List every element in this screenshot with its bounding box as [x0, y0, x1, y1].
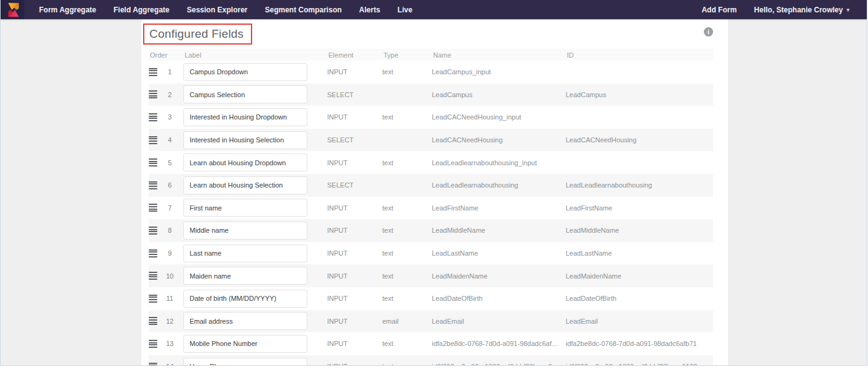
element-value: INPUT	[327, 159, 382, 167]
label-input[interactable]	[183, 176, 307, 194]
drag-handle-icon[interactable]	[149, 272, 157, 280]
label-input[interactable]	[183, 222, 307, 240]
type-value: text	[382, 68, 432, 76]
drag-handle-icon[interactable]	[149, 90, 157, 98]
page-title: Configured Fields	[149, 27, 243, 41]
order-number: 1	[160, 68, 183, 76]
nav-item-field-aggregate[interactable]: Field Aggregate	[105, 0, 178, 19]
nav-item-session-explorer[interactable]: Session Explorer	[178, 0, 256, 19]
table-row: 4 SELECT LeadCACNeedHousing LeadCACNeedH…	[149, 129, 713, 152]
name-value: id6f603ce0-a96e-1836-ed6d-bf23beaa6103	[432, 363, 566, 366]
nav-item-live[interactable]: Live	[389, 0, 421, 19]
configured-fields-table: Order Label Element Type Name ID 1 INPUT…	[149, 49, 713, 366]
type-value: email	[382, 318, 432, 325]
browser-viewport: Form Aggregate Field Aggregate Session E…	[0, 0, 867, 366]
user-menu[interactable]: Hello, Stephanie Crowley ▾	[745, 0, 858, 19]
add-form-button[interactable]: Add Form	[693, 0, 745, 19]
nav-item-alerts[interactable]: Alerts	[351, 0, 389, 19]
element-value: INPUT	[327, 363, 382, 366]
id-value: LeadMaidenName	[566, 272, 713, 280]
type-value: text	[382, 227, 432, 234]
name-value: LeadMiddleName	[432, 227, 566, 234]
drag-handle-icon[interactable]	[149, 340, 157, 348]
name-value: LeadLastName	[432, 249, 566, 257]
type-value: text	[382, 295, 432, 302]
name-value: LeadCACNeedHousing	[432, 136, 566, 144]
order-number: 4	[160, 136, 183, 144]
chevron-down-icon: ▾	[846, 7, 849, 13]
label-input[interactable]	[183, 312, 307, 330]
id-value: LeadDateOfBirth	[566, 295, 713, 302]
user-greeting: Hello, Stephanie Crowley	[754, 6, 843, 14]
id-value: LeadCACNeedHousing	[566, 136, 713, 144]
nav-menu: Form Aggregate Field Aggregate Session E…	[30, 0, 421, 19]
order-number: 3	[160, 113, 183, 121]
label-input[interactable]	[183, 199, 307, 217]
nav-item-segment-comparison[interactable]: Segment Comparison	[256, 0, 351, 19]
name-value: LeadMaidenName	[432, 272, 566, 280]
label-input[interactable]	[183, 131, 307, 149]
table-header: Order Label Element Type Name ID	[149, 49, 713, 61]
label-input[interactable]	[183, 290, 307, 308]
label-input[interactable]	[183, 154, 307, 171]
id-value: LeadFirstName	[566, 204, 713, 212]
element-value: INPUT	[327, 249, 382, 257]
drag-handle-icon[interactable]	[149, 295, 157, 303]
table-row: 9 INPUT text LeadLastName LeadLastName	[149, 242, 713, 265]
element-value: INPUT	[327, 113, 382, 121]
drag-handle-icon[interactable]	[149, 158, 157, 167]
id-value: LeadMiddleName	[566, 227, 713, 234]
app-screen: Form Aggregate Field Aggregate Session E…	[0, 0, 868, 372]
drag-handle-icon[interactable]	[149, 68, 157, 76]
element-value: INPUT	[327, 340, 382, 347]
label-input[interactable]	[183, 63, 307, 81]
drag-handle-icon[interactable]	[149, 136, 157, 144]
order-number: 14	[160, 363, 183, 366]
drag-handle-icon[interactable]	[149, 363, 157, 366]
table-row: 5 INPUT text LeadLeadlearnabouthousing_i…	[149, 151, 713, 174]
info-icon[interactable]: i	[704, 27, 713, 37]
label-input[interactable]	[183, 108, 307, 126]
name-value: LeadDateOfBirth	[432, 295, 566, 302]
label-input[interactable]	[183, 85, 307, 103]
type-value: text	[382, 204, 432, 212]
drag-handle-icon[interactable]	[149, 317, 157, 325]
drag-handle-icon[interactable]	[149, 204, 157, 212]
table-row: 1 INPUT text LeadCampus_input	[149, 61, 713, 84]
order-number: 10	[160, 272, 183, 280]
id-value: LeadCampus	[566, 91, 713, 98]
column-header-id: ID	[566, 51, 713, 59]
label-input[interactable]	[183, 267, 307, 285]
zuko-logo[interactable]	[1, 0, 24, 19]
order-number: 12	[160, 318, 183, 325]
id-value: idfa2be8dc-0768-7d0d-a091-98dadc6afb71	[566, 340, 713, 347]
name-value: LeadEmail	[432, 318, 566, 325]
drag-handle-icon[interactable]	[149, 113, 157, 121]
table-row: 12 INPUT email LeadEmail LeadEmail	[149, 310, 713, 333]
column-header-name: Name	[432, 51, 566, 59]
element-value: INPUT	[327, 272, 382, 280]
top-nav: Form Aggregate Field Aggregate Session E…	[1, 0, 867, 19]
drag-handle-icon[interactable]	[149, 249, 157, 257]
nav-right: Add Form Hello, Stephanie Crowley ▾	[693, 0, 867, 19]
column-header-label: Label	[183, 51, 327, 59]
element-value: SELECT	[327, 181, 382, 189]
name-value: LeadFirstName	[432, 204, 566, 212]
name-value: idfa2be8dc-0768-7d0d-a091-98dadc6afb71	[432, 340, 566, 347]
order-number: 5	[160, 159, 183, 167]
order-number: 8	[160, 227, 183, 234]
drag-handle-icon[interactable]	[149, 181, 157, 189]
nav-item-form-aggregate[interactable]: Form Aggregate	[30, 0, 105, 19]
name-value: LeadCampus	[432, 91, 566, 98]
drag-handle-icon[interactable]	[149, 227, 157, 235]
element-value: INPUT	[327, 227, 382, 234]
zuko-logo-icon	[5, 2, 20, 18]
table-row: 14 INPUT text id6f603ce0-a96e-1836-ed6d-…	[149, 355, 713, 366]
column-header-element: Element	[327, 51, 382, 59]
id-value: LeadLastName	[566, 249, 713, 257]
label-input[interactable]	[183, 358, 307, 366]
label-input[interactable]	[183, 335, 307, 353]
label-input[interactable]	[183, 244, 307, 262]
type-value: text	[382, 159, 432, 167]
table-row: 8 INPUT text LeadMiddleName LeadMiddleNa…	[149, 219, 713, 242]
